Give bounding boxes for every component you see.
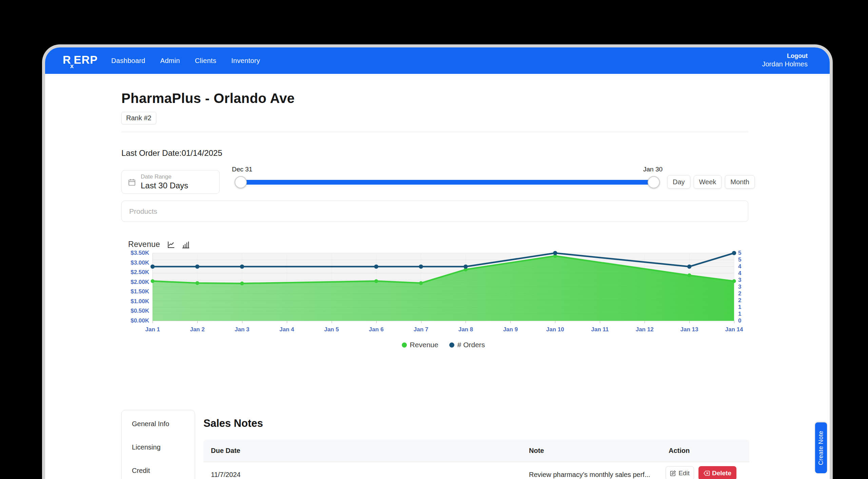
x-axis-tick-mark <box>600 321 600 323</box>
rank-badge: Rank #2 <box>121 112 156 124</box>
x-axis-tick-mark <box>510 321 511 323</box>
x-axis-tick-mark <box>466 321 466 323</box>
x-axis-tick-mark <box>242 321 242 323</box>
x-axis-tick: Jan 6 <box>361 326 392 333</box>
x-axis-tick-mark <box>645 321 645 323</box>
granularity-month-button[interactable]: Month <box>725 175 755 189</box>
sales-notes-table: Due DateNoteAction 11/7/2024Review pharm… <box>203 440 749 479</box>
tab-general-info[interactable]: General Info <box>122 412 195 436</box>
x-axis-tick-mark <box>287 321 287 323</box>
delete-button[interactable]: Delete <box>698 466 736 479</box>
x-axis-tick: Jan 13 <box>674 326 705 333</box>
x-axis-tick-mark <box>421 321 421 323</box>
logo-erp: ERP <box>74 54 98 66</box>
chart-legend: Revenue# Orders <box>153 341 734 349</box>
y-axis-left-tick: $2.50K <box>131 269 149 276</box>
table-body: 11/7/2024Review pharmacy’s monthly sales… <box>203 462 749 479</box>
legend-label: # Orders <box>457 341 485 349</box>
line-chart-icon[interactable] <box>167 241 175 248</box>
legend-dot-icon <box>402 342 407 348</box>
top-navbar: RxERP DashboardAdminClientsInventory Log… <box>45 47 830 74</box>
legend-item--orders[interactable]: # Orders <box>449 341 485 349</box>
delete-icon <box>704 471 710 476</box>
y-axis-left-tick: $0.00K <box>131 317 149 324</box>
y-axis-right-tick: 1 <box>738 304 741 311</box>
y-axis-right-tick: 5 <box>738 250 741 256</box>
logo-x: x <box>70 62 74 70</box>
products-input[interactable] <box>121 201 748 222</box>
y-axis-right-tick: 1 <box>738 311 741 317</box>
user-name: Jordan Holmes <box>762 60 808 68</box>
x-axis-tick: Jan 8 <box>450 326 481 333</box>
detail-tabs-card: General InfoLicensingCredit <box>121 410 195 479</box>
x-axis-tick-mark <box>332 321 332 323</box>
x-axis-tick: Jan 5 <box>316 326 347 333</box>
granularity-week-button[interactable]: Week <box>694 175 722 189</box>
y-axis-left-tick: $1.00K <box>131 298 149 305</box>
y-axis-right-tick: 2 <box>738 297 741 304</box>
due-date-cell: 11/7/2024 <box>211 471 241 479</box>
app-window: RxERP DashboardAdminClientsInventory Log… <box>45 47 830 479</box>
date-range-select[interactable]: Date Range Last 30 Days <box>121 170 220 194</box>
tab-licensing[interactable]: Licensing <box>122 436 195 459</box>
column-header-note: Note <box>529 447 544 455</box>
create-note-button[interactable]: Create Note <box>815 422 827 473</box>
y-axis-left-tick: $1.50K <box>131 288 149 295</box>
y-axis-left-tick: $2.00K <box>131 279 149 286</box>
x-axis-tick-mark <box>555 321 555 323</box>
granularity-day-button[interactable]: Day <box>667 175 690 189</box>
header-divider <box>121 132 748 132</box>
slider-handle-end[interactable] <box>648 176 660 188</box>
slider-handle-start[interactable] <box>235 176 247 188</box>
legend-label: Revenue <box>410 341 438 349</box>
granularity-buttons: DayWeekMonth <box>667 175 755 189</box>
revenue-chart-plot: $3.50K$3.00K$2.50K$2.00K$1.50K$1.00K$0.5… <box>153 253 734 321</box>
x-axis-tick-mark <box>376 321 377 323</box>
x-axis-tick: Jan 1 <box>137 326 168 333</box>
app-logo[interactable]: RxERP <box>63 54 98 66</box>
legend-dot-icon <box>449 342 454 348</box>
y-axis-left-tick: $0.50K <box>131 308 149 314</box>
y-axis-right-tick: 4 <box>738 263 741 270</box>
x-axis-tick: Jan 2 <box>182 326 213 333</box>
x-axis-tick: Jan 9 <box>495 326 526 333</box>
note-cell: Review pharmacy’s monthly sales perf... <box>529 471 650 479</box>
calendar-icon <box>128 179 136 186</box>
table-row: 11/7/2024Review pharmacy’s monthly sales… <box>203 462 749 479</box>
nav-user-area: Logout Jordan Holmes <box>762 52 808 68</box>
x-axis-tick-mark <box>153 321 153 323</box>
x-axis-tick: Jan 11 <box>585 326 615 333</box>
bar-chart-icon[interactable] <box>182 241 189 248</box>
y-axis-left-tick: $3.00K <box>131 259 149 266</box>
nav-item-clients[interactable]: Clients <box>195 57 216 65</box>
y-axis-right-tick: 3 <box>738 277 741 284</box>
y-axis-right-tick: 5 <box>738 256 741 263</box>
y-axis-right-tick: 4 <box>738 270 741 277</box>
edit-icon <box>670 470 676 476</box>
legend-item-revenue[interactable]: Revenue <box>402 341 438 349</box>
x-axis-tick: Jan 10 <box>540 326 570 333</box>
last-order-date: Last Order Date:01/14/2025 <box>121 148 222 158</box>
date-slider-track[interactable] <box>241 180 654 185</box>
nav-item-inventory[interactable]: Inventory <box>231 57 260 65</box>
date-range-label: Date Range <box>141 173 172 180</box>
slider-end-label: Jan 30 <box>643 166 663 173</box>
y-axis-left-tick: $3.50K <box>131 250 149 256</box>
logout-button[interactable]: Logout <box>762 52 808 60</box>
page-title: PharmaPlus - Orlando Ave <box>121 91 295 106</box>
column-header-action: Action <box>669 447 690 455</box>
tab-credit[interactable]: Credit <box>122 459 195 479</box>
column-header-due-date: Due Date <box>211 447 240 455</box>
chart-header: Revenue <box>128 240 189 249</box>
x-axis-tick: Jan 4 <box>272 326 302 333</box>
x-axis-tick: Jan 12 <box>629 326 660 333</box>
nav-item-dashboard[interactable]: Dashboard <box>111 57 145 65</box>
x-axis-tick-mark <box>689 321 690 323</box>
date-range-value: Last 30 Days <box>141 181 188 190</box>
y-axis-right-tick: 0 <box>738 317 741 324</box>
sales-notes-title: Sales Notes <box>203 417 263 430</box>
edit-button[interactable]: Edit <box>666 466 694 479</box>
delete-button-label: Delete <box>712 470 731 477</box>
nav-item-admin[interactable]: Admin <box>160 57 180 65</box>
chart-title: Revenue <box>128 240 160 249</box>
